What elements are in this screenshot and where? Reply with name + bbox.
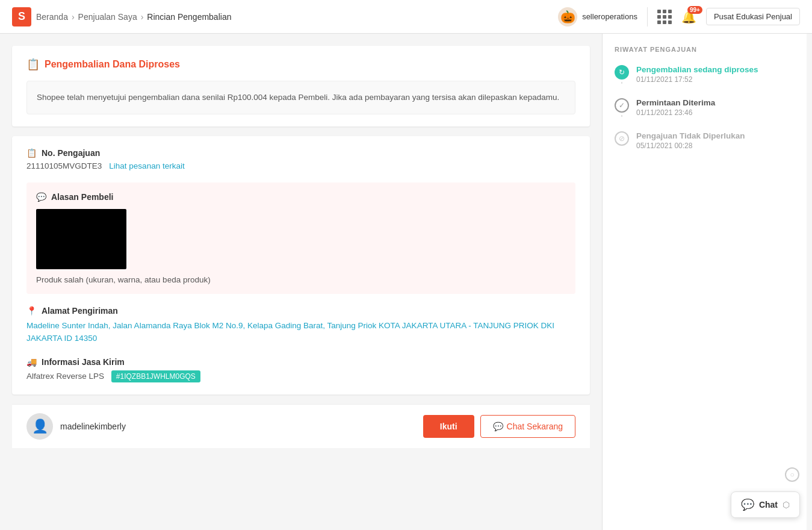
dana-title: 📋 Pengembalian Dana Diproses [26, 58, 575, 71]
timeline-date-1: 01/11/2021 17:52 [636, 75, 795, 84]
jasa-kirim-icon: 🚚 [26, 357, 37, 367]
jasa-kirim-row: 🚚 Informasi Jasa Kirim Alfatrex Reverse … [26, 357, 575, 382]
breadcrumb-penjualan[interactable]: Penjualan Saya [78, 12, 137, 22]
timeline-content-1: Pengembalian sedang diproses 01/11/2021 … [636, 65, 795, 84]
chat-icon: 💬 [493, 422, 503, 431]
jasa-kirim-value: Alfatrex Reverse LPS #1IQZBB1JWHLM0GQS [26, 370, 575, 382]
timeline-label-2: Permintaan Diterima [636, 98, 795, 107]
timeline-left-3: ⊘ [615, 131, 629, 150]
dana-title-text: Pengembalian Dana Diproses [45, 59, 180, 70]
follow-button[interactable]: Ikuti [423, 415, 474, 438]
jasa-kirim-label: 🚚 Informasi Jasa Kirim [26, 357, 575, 367]
sidebar: RIWAYAT PENGAJUAN ↻ Pengembalian sedang … [602, 34, 807, 530]
no-pengajuan-icon: 📋 [26, 148, 37, 158]
main-content: 📋 Pengembalian Dana Diproses Shopee tela… [0, 34, 602, 530]
dana-info-text: Shopee telah menyetujui pengembalian dan… [37, 93, 559, 102]
timeline-dot-2: ✓ [615, 98, 629, 113]
timeline-item-1: ↻ Pengembalian sedang diproses 01/11/202… [615, 65, 795, 98]
seller-avatar: 🎃 [558, 7, 577, 26]
username: madelinekimberly [60, 422, 126, 431]
notification-badge: 99+ [687, 6, 702, 14]
dana-info-box: Shopee telah menyetujui pengembalian dan… [26, 81, 575, 114]
apps-icon[interactable] [657, 10, 672, 24]
breadcrumb-sep1: › [72, 12, 75, 22]
timeline-dot-1: ↻ [615, 65, 629, 80]
alasan-icon: 💬 [36, 192, 46, 202]
chat-float-button[interactable]: 💬 Chat ⬡ [731, 491, 800, 518]
no-pengajuan-row: 📋 No. Pengajuan 21110105MVGDTE3 Lihat pe… [26, 148, 575, 170]
header-divider [647, 7, 648, 26]
seller-info: 🎃 selleroperations [558, 7, 637, 26]
timeline-label-1: Pengembalian sedang diproses [636, 65, 795, 74]
no-pengajuan-label: 📋 No. Pengajuan [26, 148, 575, 158]
alasan-image [36, 209, 126, 269]
tracking-badge[interactable]: #1IQZBB1JWHLM0GQS [111, 370, 200, 382]
header-right: 🎃 selleroperations 🔔 99+ Pusat Edukasi P… [558, 7, 800, 26]
lihat-pesanan-link[interactable]: Lihat pesanan terkait [109, 161, 184, 170]
timeline-date-3: 05/11/2021 00:28 [636, 142, 795, 150]
breadcrumb-current: Rincian Pengembalian [147, 12, 231, 22]
edu-button[interactable]: Pusat Edukasi Penjual [706, 8, 800, 25]
timeline-item-2: ✓ Permintaan Diterima 01/11/2021 23:46 [615, 98, 795, 131]
dana-card: 📋 Pengembalian Dana Diproses Shopee tela… [12, 46, 590, 126]
header-left: S Beranda › Penjualan Saya › Rincian Pen… [12, 7, 231, 26]
chat-float-icon: 💬 [741, 498, 754, 511]
timeline-label-3: Pengajuan Tidak Diperlukan [636, 131, 795, 140]
timeline-left-1: ↻ [615, 65, 629, 84]
scroll-indicator: ○ [785, 467, 799, 482]
timeline: ↻ Pengembalian sedang diproses 01/11/202… [615, 65, 795, 150]
chat-sekarang-button[interactable]: 💬 Chat Sekarang [480, 415, 575, 438]
chat-float-label: Chat [759, 500, 778, 510]
alamat-value: Madeline Sunter Indah, Jalan Alamanda Ra… [26, 319, 575, 345]
sidebar-title: RIWAYAT PENGAJUAN [615, 46, 795, 53]
user-info: 👤 madelinekimberly [26, 413, 126, 440]
chat-expand-icon: ⬡ [783, 500, 790, 510]
page-layout: 📋 Pengembalian Dana Diproses Shopee tela… [0, 34, 812, 530]
timeline-line-2 [621, 115, 622, 117]
detail-card: 📋 No. Pengajuan 21110105MVGDTE3 Lihat pe… [12, 136, 590, 394]
timeline-item-3: ⊘ Pengajuan Tidak Diperlukan 05/11/2021 … [615, 131, 795, 150]
breadcrumb-sep2: › [141, 12, 144, 22]
alasan-label: 💬 Alasan Pembeli [36, 192, 566, 202]
user-avatar: 👤 [26, 413, 53, 440]
alamat-label: 📍 Alamat Pengiriman [26, 306, 575, 316]
timeline-left-2: ✓ [615, 98, 629, 117]
alamat-icon: 📍 [26, 306, 37, 316]
bottom-actions: Ikuti 💬 Chat Sekarang [423, 415, 575, 438]
bottom-bar: 👤 madelinekimberly Ikuti 💬 Chat Sekarang [12, 404, 590, 448]
timeline-content-2: Permintaan Diterima 01/11/2021 23:46 [636, 98, 795, 117]
breadcrumb: Beranda › Penjualan Saya › Rincian Penge… [36, 12, 231, 22]
dana-icon: 📋 [26, 58, 40, 71]
alamat-row: 📍 Alamat Pengiriman Madeline Sunter Inda… [26, 306, 575, 345]
no-pengajuan-value: 21110105MVGDTE3 Lihat pesanan terkait [26, 161, 575, 170]
detail-section: 📋 No. Pengajuan 21110105MVGDTE3 Lihat pe… [26, 148, 575, 382]
notification-bell[interactable]: 🔔 99+ [681, 10, 696, 24]
timeline-line-1 [621, 82, 622, 84]
shopee-logo: S [12, 7, 31, 26]
alasan-text: Produk salah (ukuran, warna, atau beda p… [36, 275, 566, 284]
timeline-dot-3: ⊘ [615, 131, 629, 146]
timeline-date-2: 01/11/2021 23:46 [636, 108, 795, 117]
seller-name: selleroperations [582, 12, 637, 21]
timeline-content-3: Pengajuan Tidak Diperlukan 05/11/2021 00… [636, 131, 795, 150]
header: S Beranda › Penjualan Saya › Rincian Pen… [0, 0, 812, 34]
breadcrumb-home[interactable]: Beranda [36, 12, 68, 22]
alasan-section: 💬 Alasan Pembeli Produk salah (ukuran, w… [26, 182, 575, 294]
